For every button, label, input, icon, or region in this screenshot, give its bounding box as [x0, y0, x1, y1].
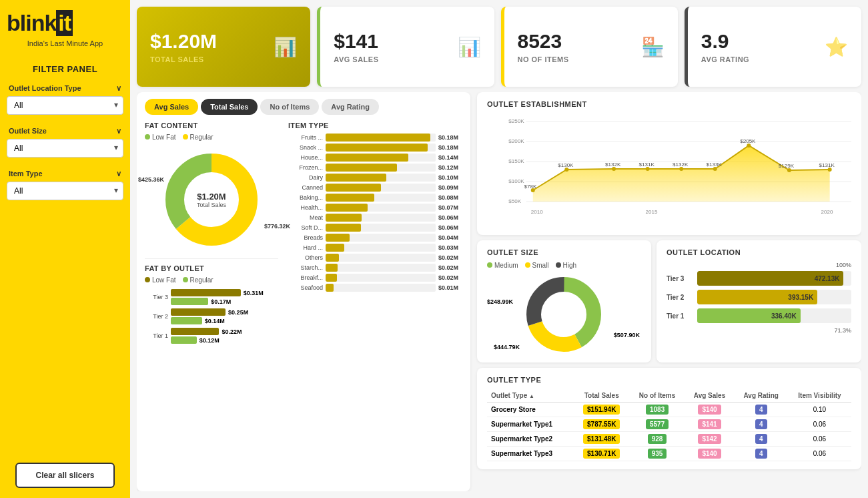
- svg-text:$132K: $132K: [673, 162, 689, 168]
- col-no-items: No of Items: [630, 389, 685, 403]
- col-avg-rating: Avg Rating: [735, 389, 788, 403]
- outlet-size-select-wrapper[interactable]: All: [7, 139, 123, 158]
- item-type-bar-item: Frozen... $0.12M: [288, 164, 462, 172]
- fat-donut-wrap: $1.20M Total Sales $425.36K $776.32K: [158, 146, 265, 253]
- table-row: Supermarket Type3 $130.71K 935 $140 4 0.…: [487, 447, 851, 461]
- outlet-avg-rating: 4: [735, 417, 788, 432]
- outlet-location-filter: Outlet Location Type ∨ All: [7, 84, 123, 115]
- outlet-establishment-title: OUTLET ESTABLISHMENT: [487, 100, 851, 108]
- bar-fill: [326, 274, 337, 282]
- loc-bar-fill: 472.13K: [697, 271, 844, 286]
- col-avg-sales: Avg Sales: [685, 389, 735, 403]
- outlet-location-label: Outlet Location Type ∨: [7, 84, 123, 93]
- bar-value: $0.09M: [438, 184, 462, 191]
- outlet-location-bar-item: Tier 1 336.40K: [667, 308, 851, 323]
- bar-label: Baking...: [288, 194, 323, 201]
- bar-value: $0.08M: [438, 194, 462, 201]
- bar-label: Hard ...: [288, 244, 323, 251]
- outlet-avg-rating: 4: [735, 432, 788, 447]
- tab-no-items[interactable]: No of Items: [260, 99, 319, 115]
- charts-left-panel: Avg Sales Total Sales No of Items Avg Ra…: [137, 92, 470, 491]
- kpi-avg-rating-icon: ⭐: [825, 36, 848, 58]
- svg-text:$150K: $150K: [508, 158, 524, 164]
- bar-fill: [326, 144, 428, 152]
- bar-label: Breads: [288, 234, 323, 241]
- tab-total-sales[interactable]: Total Sales: [201, 99, 258, 115]
- outlet-location-select-wrapper[interactable]: All: [7, 96, 123, 115]
- outlet-size-label-left: $248.99K: [487, 298, 513, 305]
- bar-label: Soft D...: [288, 224, 323, 231]
- bar-value: $0.07M: [438, 204, 462, 211]
- bar-label: Fruits ...: [288, 134, 323, 141]
- size-loc-row: OUTLET SIZE Medium Small High $248.99K: [477, 240, 861, 362]
- svg-text:2010: 2010: [531, 209, 544, 215]
- bar-track: [326, 144, 436, 152]
- bar-track: [326, 164, 436, 172]
- outlet-type-table: Outlet Type ▲ Total Sales No of Items Av…: [487, 389, 851, 461]
- bar-fill: [326, 174, 386, 182]
- bar-track: [326, 174, 436, 182]
- item-type-bar-item: Health... $0.07M: [288, 204, 462, 212]
- svg-point-32: [828, 168, 832, 172]
- fat-outlet-tier3: Tier 3 $0.31M $0.17M: [145, 289, 278, 305]
- bar-value: $0.18M: [438, 134, 462, 141]
- item-type-bar-item: Others $0.02M: [288, 254, 462, 262]
- bar-track: [326, 214, 436, 222]
- logo-text: blinkit: [7, 10, 123, 36]
- svg-point-25: [564, 168, 568, 172]
- svg-point-31: [787, 168, 791, 172]
- bar-label: House...: [288, 154, 323, 161]
- outlet-area-svg: $250K $200K $150K $100K $50K: [487, 113, 851, 227]
- bar-label: Seafood: [288, 284, 323, 291]
- svg-text:$129K: $129K: [779, 163, 795, 169]
- fat-content-title: FAT CONTENT: [145, 121, 278, 130]
- kpi-total-sales-icon: 📊: [274, 36, 297, 58]
- svg-point-29: [713, 167, 717, 171]
- clear-slicers-button[interactable]: Clear all slicers: [15, 463, 115, 488]
- fat-label-left: $425.36K: [138, 176, 164, 183]
- outlet-type-name: Supermarket Type2: [487, 432, 574, 447]
- outlet-location-bars: Tier 3 472.13K Tier 2 393.15K Tier 1 336…: [667, 271, 851, 323]
- item-type-bar-item: Meat $0.06M: [288, 214, 462, 222]
- item-type-title: ITEM TYPE: [288, 121, 462, 130]
- bar-track: [326, 264, 436, 272]
- kpi-row: $1.20M TOTAL SALES 📊 $141 AVG SALES 📊 85…: [137, 7, 861, 87]
- svg-text:$50K: $50K: [508, 198, 522, 204]
- outlet-no-items: 935: [630, 447, 685, 461]
- bar-track: [326, 204, 436, 212]
- outlet-location-select[interactable]: All: [7, 96, 123, 115]
- item-type-bar-item: Fruits ... $0.18M: [288, 134, 462, 142]
- tab-avg-rating[interactable]: Avg Rating: [322, 99, 379, 115]
- outlet-establishment-panel: OUTLET ESTABLISHMENT $250K $200K $150K $…: [477, 92, 861, 235]
- bar-track: [326, 154, 436, 162]
- loc-bar-val: 472.13K: [815, 275, 840, 282]
- charts-content: FAT CONTENT Low Fat Regular $1: [145, 121, 462, 485]
- kpi-avg-sales-icon: 📊: [458, 36, 481, 58]
- bar-label: Meat: [288, 214, 323, 221]
- bar-label: Others: [288, 254, 323, 261]
- loc-bar-fill: 393.15K: [697, 290, 817, 304]
- outlet-type-tbody: Grocery Store $151.94K 1083 $140 4 0.10 …: [487, 403, 851, 461]
- outlet-no-items: 1083: [630, 403, 685, 417]
- outlet-size-label-bottom: $444.79K: [494, 344, 520, 350]
- tab-avg-sales[interactable]: Avg Sales: [145, 99, 198, 115]
- item-type-select[interactable]: All: [7, 182, 123, 200]
- item-type-select-wrapper[interactable]: All: [7, 182, 123, 200]
- outlet-size-select[interactable]: All: [7, 139, 123, 158]
- svg-point-27: [646, 167, 650, 171]
- bar-fill: [326, 204, 368, 212]
- loc-bar-track: 393.15K: [697, 290, 851, 304]
- loc-bar-fill: 336.40K: [697, 308, 801, 323]
- logo-blink: blink: [7, 10, 56, 36]
- bar-label: Frozen...: [288, 164, 323, 171]
- svg-text:$250K: $250K: [508, 118, 524, 124]
- outlet-size-svg: [524, 274, 604, 354]
- bar-fill: [326, 284, 334, 292]
- outlet-total-sales: $131.48K: [574, 432, 630, 447]
- outlet-total-sales: $787.55K: [574, 417, 630, 432]
- outlet-size-title: OUTLET SIZE: [487, 248, 641, 256]
- svg-text:$100K: $100K: [508, 178, 524, 184]
- fat-by-outlet-legend: Low Fat Regular: [145, 276, 278, 284]
- logo: blinkit: [7, 10, 123, 36]
- bar-value: $0.06M: [438, 224, 462, 231]
